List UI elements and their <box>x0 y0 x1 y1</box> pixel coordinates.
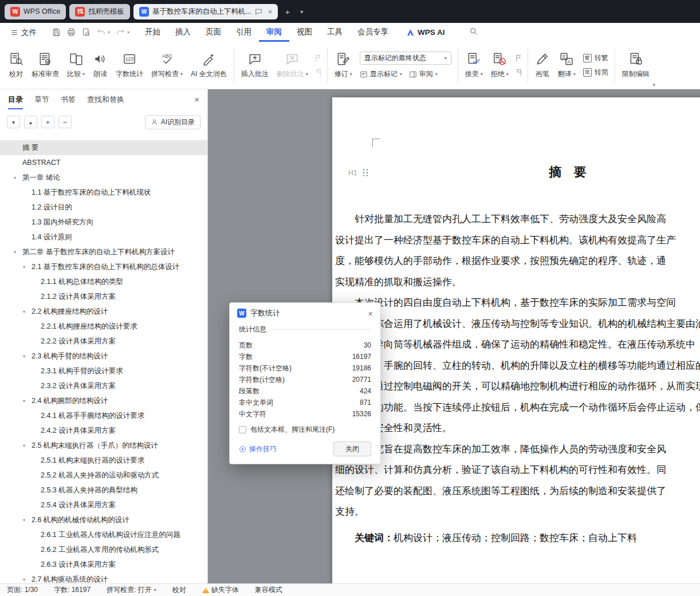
document-title[interactable]: 摘 要 <box>332 164 700 181</box>
track-changes-button[interactable]: 修订▾ <box>331 45 356 86</box>
next-revision-icon[interactable] <box>514 68 523 77</box>
toc-item[interactable]: 2.5.2 机器人夹持器的运动和驱动方式 <box>0 468 207 483</box>
insert-comment-button[interactable]: 插入批注 <box>237 45 273 86</box>
undo-button[interactable] <box>94 26 108 40</box>
toc-item[interactable]: 2.5.1 机构末端执行器的设计要求 <box>0 453 207 468</box>
docer-template-tab[interactable]: 找 找稻壳模板 <box>69 4 130 19</box>
toc-item[interactable]: ▾2.3 机构手臂的结构设计 <box>0 349 207 364</box>
menu-tab-start[interactable]: 开始 <box>137 23 168 42</box>
demote-heading-button[interactable]: − <box>58 116 72 128</box>
tab-close-icon[interactable]: × <box>268 7 273 16</box>
document-text-line[interactable]: 针对批量加工无缝管内孔人工上下料效率低下、劳动强度大及安全风险高 <box>335 209 700 230</box>
menu-tab-review[interactable]: 审阅 <box>259 23 289 42</box>
pane-tab-chapters[interactable]: 章节 <box>34 89 49 109</box>
document-text-line[interactable]: 支持。 <box>335 502 700 523</box>
toc-item[interactable]: 2.4.2 设计具体采用方案 <box>0 423 207 438</box>
pen-button[interactable]: 画笔 <box>531 45 554 86</box>
document-text-line[interactable]: 本次设计的四自由度自动上下料机构，基于数控车床的实际加工需求与空间 <box>335 293 700 314</box>
document-text-line[interactable]: 了操作的安全性和灵活性。 <box>335 418 700 439</box>
restrict-edit-button[interactable]: 限制编辑 <box>618 45 654 86</box>
document-text-line[interactable]: 缸驱动。通过控制电磁阀的开关，可以精确地控制机构进行相应的动作循环，从而实现自 <box>335 376 700 397</box>
ai-recognize-toc-button[interactable]: AI识别目录 <box>145 115 200 129</box>
document-text-line[interactable]: 设计提出了一种经济型基于数控车床的自动上下料机构。该机构有效提高了生产 <box>335 230 700 251</box>
toc-item[interactable]: 2.3.1 机构手臂的设计要求 <box>0 364 207 378</box>
word-count-dialog-close-icon[interactable]: × <box>368 309 373 318</box>
print-preview-button[interactable] <box>79 26 93 40</box>
pane-tab-bookmarks[interactable]: 书签 <box>61 89 76 109</box>
document-text-line[interactable]: 臂的伸缩、手腕的回转、立柱的转动、机构的升降以及立柱的横移等功能均通过相应的油 <box>335 356 700 377</box>
redo-history-caret-icon[interactable]: ▾ <box>127 30 129 35</box>
toc-item[interactable]: 2.6.2 工业机器人常用的传动机构形式 <box>0 542 207 557</box>
document-tab[interactable]: W 基于数控车床的自动上下料机... × <box>133 4 278 19</box>
menu-tab-tools[interactable]: 工具 <box>320 23 350 42</box>
next-comment-icon[interactable] <box>314 68 323 77</box>
toc-item[interactable]: ▾第二章 基于数控车床的自动上下料机构方案设计 <box>0 244 207 259</box>
show-markup-button[interactable]: 显示标记 ▾ <box>360 69 402 79</box>
print-button[interactable] <box>64 26 78 40</box>
toc-item[interactable]: 2.1.1 机构总体结构的类型 <box>0 274 207 289</box>
menu-tab-view[interactable]: 视图 <box>289 23 320 42</box>
save-button[interactable] <box>49 26 63 40</box>
document-text-line[interactable]: 实现精准的抓取和搬运操作。 <box>335 272 700 293</box>
pane-tab-find-replace[interactable]: 查找和替换 <box>87 89 124 109</box>
toc-item[interactable]: 2.5.3 机器人夹持器的典型结构 <box>0 483 207 498</box>
toc-item[interactable]: 1.3 国内外研究方向 <box>0 215 207 230</box>
reject-revision-button[interactable]: 拒绝▾ <box>487 45 513 86</box>
toc-collapse-arrow-icon[interactable]: ▾ <box>23 518 32 523</box>
toc-item[interactable]: 摘 要 <box>0 140 207 155</box>
document-page[interactable]: H1 摘 要 针对批量加工无缝管内孔人工上下料效率低下、劳动强度大及安全风险高设… <box>332 97 700 583</box>
review-pane-button[interactable]: 审阅 ▾ <box>409 69 438 79</box>
toc-collapse-arrow-icon[interactable]: ▾ <box>23 265 32 270</box>
menu-tab-member[interactable]: 会员专享 <box>350 23 396 42</box>
menu-tab-page[interactable]: 页面 <box>198 23 229 42</box>
toc-item[interactable]: ▾2.6 机构的机械传动机构的设计 <box>0 512 207 527</box>
file-menu-button[interactable]: 文件 <box>6 27 41 38</box>
proofread-status[interactable]: 校对 <box>172 585 186 595</box>
markup-state-select[interactable]: 显示标记的最终状态 ▾ <box>360 52 451 65</box>
toc-collapse-arrow-icon[interactable]: ▾ <box>23 443 32 448</box>
word-count-dialog-titlebar[interactable]: W 字数统计 × <box>230 303 380 323</box>
toc-collapse-arrow-icon[interactable]: ▾ <box>23 354 32 359</box>
to-simplified-button[interactable]: 简 转简 <box>583 68 608 77</box>
toc-item[interactable]: 2.5.4 设计具体采用方案 <box>0 498 207 512</box>
pane-tab-contents[interactable]: 目录 <box>8 89 23 109</box>
tips-link[interactable]: 操作技巧 <box>239 444 277 454</box>
compatibility-mode-indicator[interactable]: 兼容模式 <box>255 585 282 595</box>
new-tab-icon[interactable]: + <box>281 7 293 17</box>
collapse-all-button[interactable]: ▾ <box>7 116 20 128</box>
pane-close-icon[interactable]: × <box>194 94 199 104</box>
wps-office-tab[interactable]: W WPS Office <box>5 4 66 19</box>
previous-revision-icon[interactable] <box>514 54 523 62</box>
to-traditional-button[interactable]: 繁 转繁 <box>583 53 608 63</box>
toc-item[interactable]: ▾2.4 机构腕部的结构设计 <box>0 393 207 408</box>
toc-item[interactable]: ▾第一章 绪论 <box>0 170 207 185</box>
word-count-button[interactable]: 123 字数统计 <box>112 45 147 86</box>
document-text-line[interactable]: 动上下料的功能。当按下连续停止按钮后，机构在完成一个动作循环后会停止运动，保证 <box>335 397 700 419</box>
word-count-indicator[interactable]: 字数: 16197 <box>54 585 91 595</box>
document-text-line[interactable]: 度，能够模仿人的手部动作，根据作业要求，按照预先确定的程序、轨迹，通 <box>335 251 700 272</box>
toc-collapse-arrow-icon[interactable]: ▾ <box>23 577 32 582</box>
ai-polish-button[interactable]: AI 全文润色 <box>187 45 231 86</box>
toc-item[interactable]: 1.4 设计原则 <box>0 230 207 244</box>
toc-item[interactable]: ABSTRACT <box>0 155 207 170</box>
toc-collapse-arrow-icon[interactable]: ▾ <box>14 250 22 255</box>
toc-item[interactable]: 2.2.2 设计具体采用方案 <box>0 334 207 349</box>
toc-collapse-arrow-icon[interactable]: ▾ <box>14 175 22 180</box>
expand-all-button[interactable]: ▴ <box>24 116 37 128</box>
read-aloud-button[interactable]: 朗读 <box>89 45 112 86</box>
document-text-line[interactable]: 活塞杆、导向筒等机械器件组成，确保了运动的精确性和稳定性。在液压传动系统中，手 <box>335 334 700 356</box>
toc-item[interactable]: 2.6.1 工业机器人传动机构设计应注意的问题 <box>0 527 207 542</box>
missing-font-warning[interactable]: 缺失字体 <box>202 585 239 595</box>
toc-item[interactable]: 1.1 基于数控车床的自动上下料机现状 <box>0 185 207 200</box>
accept-revision-button[interactable]: 接受▾ <box>461 45 487 86</box>
wps-ai-button[interactable]: WPS AI <box>406 28 445 37</box>
ribbon-collapse-icon[interactable]: ▾ <box>652 82 655 88</box>
include-textbox-checkbox-row[interactable]: 包括文本框、脚注和尾注(F) <box>239 425 371 435</box>
spell-check-button[interactable]: ABC 拼写检查▾ <box>147 45 187 86</box>
redo-button[interactable] <box>113 26 127 40</box>
document-text-line[interactable]: 细的设计、计算和仿真分析，验证了该自动上下料机构的可行性和有效性。同 <box>335 460 700 481</box>
standard-review-button[interactable]: 标准审查 <box>27 45 63 86</box>
proofread-button[interactable]: 校对 <box>5 45 27 86</box>
toc-item[interactable]: ▾2.5 机构末端执行器（手爪）的结构设计 <box>0 438 207 453</box>
document-text-line[interactable]: 本研究旨在提高数控车床的加工效率，降低操作人员的劳动强度和安全风 <box>335 439 700 460</box>
